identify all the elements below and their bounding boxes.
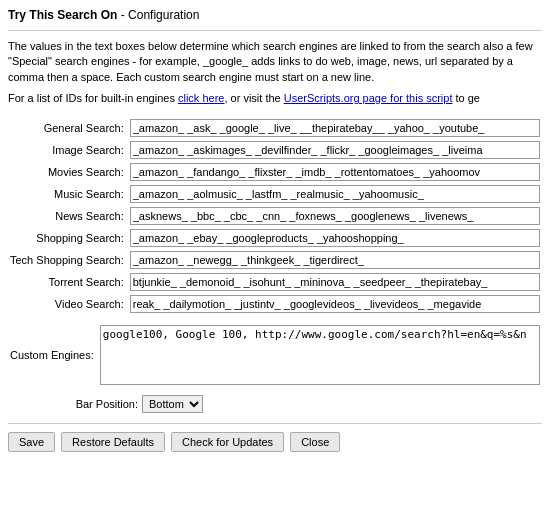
bar-position-label: Bar Position:: [12, 398, 142, 410]
search-field-row: News Search:: [8, 205, 542, 227]
search-field-row: Tech Shopping Search:: [8, 249, 542, 271]
search-field-row: Video Search:: [8, 293, 542, 315]
title-rest: - Configuration: [117, 8, 199, 22]
link-middle: , or visit the: [224, 92, 283, 104]
search-fields-table: General Search:Image Search:Movies Searc…: [8, 117, 542, 315]
save-button[interactable]: Save: [8, 432, 55, 452]
search-field-label: Video Search:: [8, 293, 128, 315]
search-field-label: General Search:: [8, 117, 128, 139]
search-field-label: Movies Search:: [8, 161, 128, 183]
search-field-input[interactable]: [130, 185, 540, 203]
search-field-cell: [128, 183, 542, 205]
divider-top: [8, 30, 542, 31]
search-field-input[interactable]: [130, 273, 540, 291]
search-field-row: Image Search:: [8, 139, 542, 161]
search-field-row: Shopping Search:: [8, 227, 542, 249]
bar-position-select[interactable]: BottomTop: [142, 395, 203, 413]
search-field-row: Torrent Search:: [8, 271, 542, 293]
search-field-cell: [128, 117, 542, 139]
bar-position-row: Bar Position: BottomTop: [8, 395, 542, 413]
check-updates-button[interactable]: Check for Updates: [171, 432, 284, 452]
restore-defaults-button[interactable]: Restore Defaults: [61, 432, 165, 452]
search-field-cell: [128, 249, 542, 271]
custom-engines-label: Custom Engines:: [8, 323, 98, 387]
search-field-cell: [128, 227, 542, 249]
description-text: The values in the text boxes below deter…: [8, 39, 542, 85]
search-field-row: General Search:: [8, 117, 542, 139]
search-field-cell: [128, 205, 542, 227]
search-field-input[interactable]: [130, 207, 540, 225]
search-field-input[interactable]: [130, 119, 540, 137]
search-field-label: Music Search:: [8, 183, 128, 205]
custom-engines-field: [98, 323, 542, 387]
search-field-label: Torrent Search:: [8, 271, 128, 293]
userscripts-link[interactable]: UserScripts.org page for this script: [284, 92, 453, 104]
custom-engines-textarea[interactable]: [100, 325, 540, 385]
link-suffix: to ge: [452, 92, 480, 104]
search-field-input[interactable]: [130, 163, 540, 181]
custom-engines-table: Custom Engines:: [8, 323, 542, 387]
search-field-row: Music Search:: [8, 183, 542, 205]
search-field-cell: [128, 139, 542, 161]
search-field-input[interactable]: [130, 251, 540, 269]
title-bar: Try This Search On - Configuration: [8, 8, 542, 22]
custom-engines-row: Custom Engines:: [8, 323, 542, 387]
link-line: For a list of IDs for built-in engines c…: [8, 91, 542, 106]
button-row: Save Restore Defaults Check for Updates …: [8, 423, 542, 452]
search-field-input[interactable]: [130, 141, 540, 159]
search-field-cell: [128, 161, 542, 183]
search-field-cell: [128, 293, 542, 315]
link-prefix: For a list of IDs for built-in engines: [8, 92, 178, 104]
search-field-label: Shopping Search:: [8, 227, 128, 249]
search-field-label: News Search:: [8, 205, 128, 227]
title-bold: Try This Search On: [8, 8, 117, 22]
search-field-label: Image Search:: [8, 139, 128, 161]
close-button[interactable]: Close: [290, 432, 340, 452]
click-here-link[interactable]: click here: [178, 92, 224, 104]
search-field-input[interactable]: [130, 229, 540, 247]
search-field-label: Tech Shopping Search:: [8, 249, 128, 271]
search-field-input[interactable]: [130, 295, 540, 313]
search-field-cell: [128, 271, 542, 293]
search-field-row: Movies Search:: [8, 161, 542, 183]
